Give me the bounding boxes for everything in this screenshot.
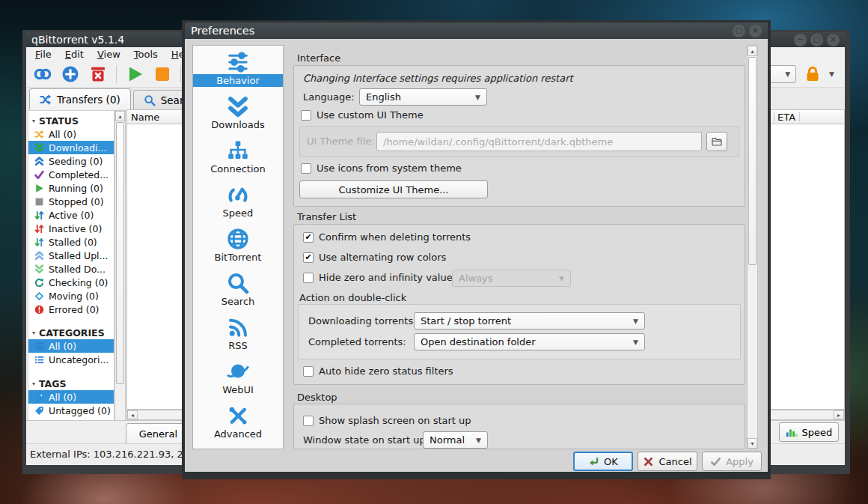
status-section-header[interactable]: ▾STATUS: [28, 114, 114, 127]
prefs-nav-label: BitTorrent: [193, 251, 283, 264]
downloading-action-combobox[interactable]: Start / stop torrent ▼: [414, 312, 645, 330]
add-torrent-file-button[interactable]: [61, 64, 80, 84]
apply-check-icon: [710, 456, 721, 467]
prefs-nav-behavior[interactable]: Behavior: [193, 46, 283, 90]
minimize-button[interactable]: −: [794, 34, 807, 46]
filter-errored-0[interactable]: Errored (0): [28, 303, 114, 316]
filter-stalled-0[interactable]: Stalled (0): [28, 235, 114, 249]
filter-moving-0[interactable]: Moving (0): [28, 289, 114, 303]
alternating-rows-checkbox[interactable]: Use alternating row colors: [303, 252, 446, 263]
filter-uncategori[interactable]: Uncategori...: [28, 353, 114, 366]
filter-all-0[interactable]: All (0): [28, 339, 114, 353]
tab-general[interactable]: General: [126, 423, 186, 444]
column-header-eta[interactable]: ETA: [777, 110, 795, 124]
speed-button[interactable]: Speed: [779, 422, 839, 442]
resume-torrent-button[interactable]: [125, 64, 144, 84]
downloading-action-value: Start / stop torrent: [421, 315, 633, 327]
cancel-button[interactable]: Cancel: [638, 452, 697, 471]
delete-torrent-button[interactable]: [88, 64, 108, 84]
tab-transfers-0[interactable]: Transfers (0): [29, 88, 131, 109]
maximize-button[interactable]: □: [810, 34, 823, 46]
interface-restart-note: Changing Interface settings requires app…: [303, 73, 573, 84]
filter-active-0[interactable]: Active (0): [28, 208, 114, 222]
prefs-nav-search[interactable]: Search: [193, 267, 283, 311]
filter-label: Downloadi...: [49, 142, 107, 154]
chevron-down-icon: ▼: [633, 318, 638, 325]
menu-file[interactable]: File: [28, 49, 58, 60]
close-button[interactable]: ×: [749, 25, 762, 37]
prefs-nav-speed[interactable]: Speed: [193, 178, 283, 222]
lock-icon: [804, 65, 822, 83]
toolbar-separator: [180, 65, 181, 83]
language-combobox[interactable]: English ▼: [359, 88, 487, 106]
customize-ui-theme-button[interactable]: Customize UI Theme...: [299, 180, 488, 198]
filter-stopped-0[interactable]: Stopped (0): [28, 195, 114, 208]
menu-edit[interactable]: Edit: [58, 49, 91, 60]
preferences-scrollbar[interactable]: ▴ ▾: [747, 45, 758, 449]
scroll-left-arrow-icon[interactable]: ◂: [127, 410, 138, 419]
prefs-nav-webui[interactable]: WebUI: [193, 355, 283, 399]
filter-all-0[interactable]: All (0): [28, 390, 114, 404]
tab-general-label: General: [139, 428, 177, 440]
lock-button[interactable]: [803, 64, 822, 84]
filter-running-0[interactable]: Running (0): [28, 181, 114, 195]
menu-tools[interactable]: Tools: [127, 49, 165, 60]
filter-completed[interactable]: Completed...: [28, 168, 114, 181]
filter-seeding-0[interactable]: Seeding (0): [28, 154, 114, 168]
collapse-arrow-icon: ▾: [32, 118, 35, 124]
play-icon: [126, 65, 144, 83]
splash-screen-label: Show splash screen on start up: [319, 415, 471, 426]
filter-label: Checking (0): [49, 277, 108, 288]
splash-screen-checkbox[interactable]: Show splash screen on start up: [303, 415, 471, 426]
column-header-name[interactable]: Name: [131, 112, 159, 123]
confirm-delete-checkbox[interactable]: Confirm when deleting torrents: [303, 231, 471, 243]
filter-label: All (0): [49, 129, 76, 140]
use-system-icons-checkbox[interactable]: Use icons from system theme: [301, 163, 462, 174]
filter-label: Uncategori...: [49, 354, 109, 365]
preferences-scrollbar-thumb[interactable]: [748, 57, 757, 265]
ok-button[interactable]: OK: [573, 452, 633, 471]
hide-zero-checkbox[interactable]: Hide zero and infinity values: [303, 272, 457, 283]
filter-label: Stalled (0): [49, 237, 97, 248]
language-label: Language:: [303, 91, 355, 103]
scroll-up-arrow-icon[interactable]: ▴: [748, 46, 757, 56]
sidebar-scrollbar-thumb[interactable]: [116, 122, 124, 384]
prefs-nav-downloads[interactable]: Downloads: [193, 90, 283, 134]
lock-dropdown-chevron-icon[interactable]: ▼: [829, 70, 834, 78]
down-up-icon: [34, 237, 44, 247]
chevron-down-icon: ▼: [633, 338, 638, 346]
filter-label: Active (0): [49, 210, 94, 221]
scroll-down-arrow-icon[interactable]: ▾: [748, 438, 757, 449]
auto-hide-filters-checkbox[interactable]: Auto hide zero status filters: [303, 365, 453, 377]
tags-section-header[interactable]: ▾TAGS: [28, 377, 114, 390]
use-custom-theme-checkbox[interactable]: Use custom UI Theme: [301, 109, 424, 121]
completed-action-combobox[interactable]: Open destination folder ▼: [414, 333, 645, 350]
prefs-nav-connection[interactable]: Connection: [193, 134, 283, 178]
preferences-titlebar[interactable]: Preferences □×: [185, 22, 768, 39]
maximize-button[interactable]: □: [733, 25, 745, 37]
prefs-nav-advanced[interactable]: Advanced: [193, 399, 283, 443]
prefs-nav-rss[interactable]: RSS: [193, 311, 283, 355]
filter-all-0[interactable]: All (0): [28, 127, 114, 141]
checkbox-box: [301, 110, 311, 121]
menu-view[interactable]: View: [91, 49, 127, 60]
categories-section-header[interactable]: ▾CATEGORIES: [28, 326, 114, 339]
sidebar-scrollbar[interactable]: ▴ ▾: [114, 110, 126, 441]
filter-stalled-do[interactable]: Stalled Do...: [28, 262, 114, 276]
checkbox-box: [303, 366, 314, 377]
add-torrent-link-button[interactable]: [33, 64, 52, 84]
prefs-nav-bittorrent[interactable]: BitTorrent: [193, 222, 283, 267]
browse-theme-file-button[interactable]: [706, 132, 727, 151]
filter-label: Completed...: [49, 169, 109, 180]
filter-stalled-upl[interactable]: Stalled Upl...: [28, 249, 114, 262]
filter-checking-0[interactable]: Checking (0): [28, 276, 114, 289]
chevron-down-icon: ▼: [476, 437, 481, 444]
scroll-up-arrow-icon[interactable]: ▴: [115, 111, 125, 121]
filter-untagged-0[interactable]: Untagged (0): [28, 404, 114, 417]
stop-torrent-button[interactable]: [153, 64, 172, 84]
scroll-right-arrow-icon[interactable]: ▸: [834, 410, 844, 419]
filter-downloadi[interactable]: Downloadi...: [28, 141, 114, 154]
window-state-combobox[interactable]: Normal ▼: [423, 431, 488, 449]
close-button[interactable]: ×: [827, 34, 840, 46]
filter-inactive-0[interactable]: Inactive (0): [28, 222, 114, 235]
